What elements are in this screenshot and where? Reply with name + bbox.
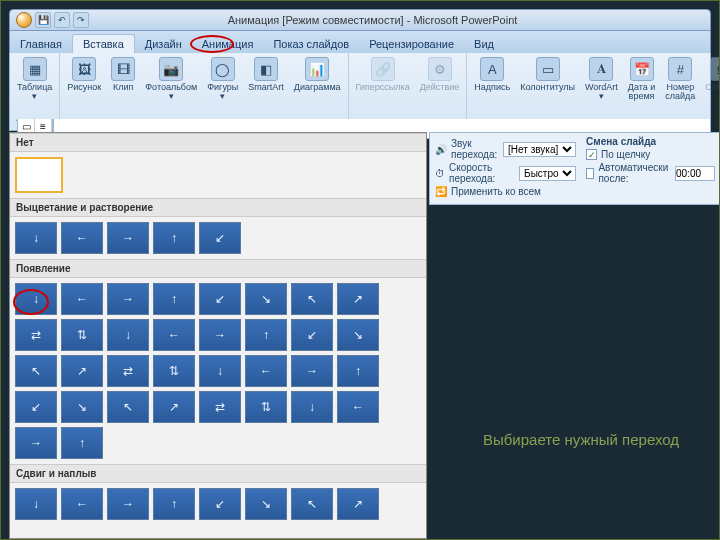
transition-thumb[interactable]: → — [15, 427, 57, 459]
transition-thumb[interactable]: ⇅ — [153, 355, 195, 387]
рисунок-icon: 🖼 — [72, 57, 96, 81]
transition-thumb[interactable]: ↘ — [337, 319, 379, 351]
transition-thumb[interactable]: ↙ — [199, 283, 241, 315]
ribbon-tab-анимация[interactable]: Анимация — [192, 35, 264, 53]
change-slide-header: Смена слайда — [586, 136, 715, 147]
transition-thumb[interactable]: ↓ — [15, 283, 57, 315]
transition-thumb[interactable]: ← — [245, 355, 287, 387]
transition-thumb[interactable]: ⇄ — [15, 319, 57, 351]
transition-thumb[interactable]: ↙ — [199, 488, 241, 520]
arrow-icon: ← — [352, 400, 364, 414]
arrow-icon: → — [306, 364, 318, 378]
ribbon-tab-вставка[interactable]: Вставка — [72, 34, 135, 53]
ribbon-button-фотоальбом[interactable]: 📷Фотоальбом ▾ — [142, 55, 200, 103]
arrow-icon: ↓ — [217, 364, 223, 378]
ribbon-tab-вид[interactable]: Вид — [464, 35, 504, 53]
ribbon-button-label: WordArt ▾ — [585, 83, 618, 101]
transition-thumb[interactable] — [15, 157, 63, 193]
ribbon-button-диаграмма[interactable]: 📊Диаграмма — [291, 55, 344, 94]
ribbon-button-smartart[interactable]: ◧SmartArt — [245, 55, 287, 94]
qat-save[interactable]: 💾 — [35, 12, 51, 28]
transition-thumb[interactable]: ↘ — [245, 488, 287, 520]
transition-thumb[interactable]: ↗ — [153, 391, 195, 423]
ribbon-tab-дизайн[interactable]: Дизайн — [135, 35, 192, 53]
transition-thumb[interactable]: → — [107, 488, 149, 520]
office-button[interactable] — [16, 12, 32, 28]
transition-thumb[interactable]: ↓ — [291, 391, 333, 423]
ribbon-button-wordart[interactable]: 𝐀WordArt ▾ — [582, 55, 621, 103]
arrow-icon: → — [214, 328, 226, 342]
ribbon-button-клип[interactable]: 🎞Клип — [108, 55, 138, 94]
transition-thumb[interactable]: ← — [61, 488, 103, 520]
transition-thumb[interactable]: ← — [61, 283, 103, 315]
ribbon-tab-рецензирование[interactable]: Рецензирование — [359, 35, 464, 53]
transition-thumb[interactable]: ⇄ — [199, 391, 241, 423]
transition-thumb[interactable]: ↑ — [337, 355, 379, 387]
auto-after-checkbox[interactable] — [586, 168, 594, 179]
transition-thumb[interactable]: → — [199, 319, 241, 351]
transition-thumb[interactable]: ↙ — [291, 319, 333, 351]
transition-thumb[interactable]: ↗ — [337, 283, 379, 315]
transition-thumb[interactable]: ↓ — [107, 319, 149, 351]
transition-thumb[interactable]: ↓ — [199, 355, 241, 387]
transition-thumb[interactable]: → — [107, 283, 149, 315]
sound-select[interactable]: [Нет звука] — [503, 142, 576, 157]
transition-thumb[interactable]: ↗ — [337, 488, 379, 520]
transition-thumb[interactable]: ← — [61, 222, 103, 254]
speed-select[interactable]: Быстро — [519, 166, 576, 181]
auto-after-value[interactable] — [675, 166, 715, 181]
ribbon-button-дата-и-время[interactable]: 📅Дата и время — [625, 55, 658, 103]
on-click-checkbox[interactable]: ✓ — [586, 149, 597, 160]
ribbon-button-номер-слайда[interactable]: #Номер слайда — [662, 55, 698, 103]
ribbon-button-колонтитулы[interactable]: ▭Колонтитулы — [517, 55, 578, 94]
transition-thumb[interactable]: ⇅ — [61, 319, 103, 351]
transition-thumb[interactable]: ↓ — [15, 488, 57, 520]
transition-thumb[interactable]: ↙ — [199, 222, 241, 254]
transition-thumb[interactable]: ← — [153, 319, 195, 351]
transition-thumb[interactable]: ↘ — [61, 391, 103, 423]
auto-after-label: Автоматически после: — [598, 162, 671, 184]
transition-thumb[interactable]: → — [291, 355, 333, 387]
arrow-icon: ↑ — [171, 231, 177, 245]
transition-thumb[interactable]: → — [107, 222, 149, 254]
transition-thumb[interactable]: ↑ — [153, 283, 195, 315]
apply-all-icon: 🔁 — [435, 186, 447, 197]
transition-thumb[interactable]: ← — [337, 391, 379, 423]
transition-thumb[interactable]: ↖ — [15, 355, 57, 387]
ribbon-button-надпись[interactable]: AНадпись — [471, 55, 513, 94]
quick-access-toolbar: 💾 ↶ ↷ — [10, 12, 95, 28]
transition-thumb[interactable]: ↑ — [153, 488, 195, 520]
transition-thumb[interactable]: ↑ — [61, 427, 103, 459]
transition-thumb[interactable]: ⇅ — [245, 391, 287, 423]
ribbon-button-таблица[interactable]: ▦Таблица ▾ — [14, 55, 55, 103]
ribbon-button-фигуры[interactable]: ◯Фигуры ▾ — [204, 55, 241, 103]
номер-слайда-icon: # — [668, 57, 692, 81]
transition-thumb[interactable]: ↑ — [245, 319, 287, 351]
ribbon-tab-главная[interactable]: Главная — [10, 35, 72, 53]
arrow-icon: ↙ — [215, 292, 225, 306]
arrow-icon: ⇅ — [77, 328, 87, 342]
arrow-icon: ← — [168, 328, 180, 342]
transition-thumb[interactable]: ↙ — [15, 391, 57, 423]
transition-thumb[interactable]: ⇄ — [107, 355, 149, 387]
transition-thumb[interactable]: ↖ — [291, 283, 333, 315]
speaker-icon: 🔊 — [435, 144, 447, 155]
qat-undo[interactable]: ↶ — [54, 12, 70, 28]
transition-thumb[interactable]: ↑ — [153, 222, 195, 254]
apply-all-button[interactable]: Применить ко всем — [451, 186, 541, 197]
arrow-icon: ↓ — [33, 231, 39, 245]
ribbon-button-рисунок[interactable]: 🖼Рисунок — [64, 55, 104, 94]
transition-thumb[interactable]: ↖ — [291, 488, 333, 520]
transition-thumb[interactable]: ↗ — [61, 355, 103, 387]
символ-icon: Ω — [710, 57, 720, 81]
ribbon-button-действие: ⚙Действие — [417, 55, 463, 94]
speed-icon: ⏱ — [435, 168, 445, 179]
qat-redo[interactable]: ↷ — [73, 12, 89, 28]
transition-thumb[interactable]: ↓ — [15, 222, 57, 254]
gallery-category-thumbs: ↓←→↑↙↘↖↗ — [10, 483, 426, 525]
arrow-icon: ↑ — [263, 328, 269, 342]
arrow-icon: ← — [76, 497, 88, 511]
transition-thumb[interactable]: ↖ — [107, 391, 149, 423]
transition-thumb[interactable]: ↘ — [245, 283, 287, 315]
ribbon-tab-показ слайдов[interactable]: Показ слайдов — [263, 35, 359, 53]
